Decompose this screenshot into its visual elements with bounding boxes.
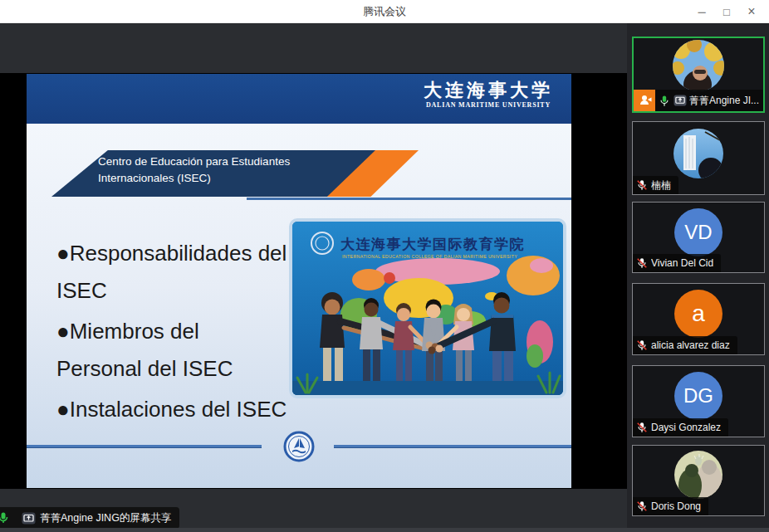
avatar-initials: DG (674, 372, 722, 420)
university-name-en: DALIAN MARITIME UNIVERSITY (424, 101, 553, 110)
avatar-initials: VD (674, 208, 722, 256)
mic-muted-icon (636, 179, 648, 191)
photo-caption-en: INTERNATIONAL EDUCATION COLLEGE OF DALIA… (342, 254, 517, 259)
avatar: a (633, 290, 764, 338)
screen-share-icon (673, 95, 687, 106)
mic-on-icon (659, 95, 670, 107)
mic-on-icon (0, 511, 10, 525)
minimize-button[interactable]: ─ (689, 0, 714, 23)
participant-status-bar: Doris Dong (633, 497, 708, 515)
window-controls: ─ □ × (689, 0, 764, 23)
participant-name: 楠楠 (651, 178, 671, 193)
presentation-stage: 大连海事大学 DALIAN MARITIME UNIVERSITY Centro… (0, 73, 627, 489)
mic-muted-icon (636, 422, 648, 433)
footer-rule-left (27, 445, 262, 448)
screen-share-icon (22, 512, 36, 525)
slide-body: Centro de Educación para Estudiantes Int… (27, 124, 571, 488)
avatar (634, 40, 763, 91)
participant-status-bar: 楠楠 (633, 176, 678, 194)
avatar (633, 451, 764, 499)
group-photo-graphic: 大连海事大学国际教育学院 INTERNATIONAL EDUCATION COL… (292, 222, 563, 395)
bullet-list: ●Responsabilidades del ISEC ●Miembros de… (56, 235, 312, 432)
participant-name: Doris Dong (651, 500, 701, 512)
participants-sidebar: 菁菁Angine JI... (627, 23, 769, 532)
avatar: VD (633, 208, 764, 256)
meeting-window: 腾讯会议 ─ □ × 大连海事大学 DALIAN MARITIME UNIVER… (0, 0, 769, 532)
close-button[interactable]: × (739, 0, 764, 23)
host-badge-icon (634, 90, 655, 111)
participant-tile[interactable]: 楠楠 (632, 121, 765, 195)
banner-underline (247, 198, 571, 200)
participant-status-bar: Daysi Gonzalez (633, 418, 728, 437)
participant-name: 菁菁Angine JI... (689, 94, 763, 108)
window-bottom-edge (0, 528, 769, 532)
participant-tile[interactable]: VD Vivian Del Cid (632, 202, 765, 273)
participant-name: Vivian Del Cid (651, 257, 713, 269)
participant-tile[interactable]: 菁菁Angine JI... (632, 37, 765, 113)
bullet-item: ●Miembros del Personal del ISEC (56, 313, 312, 388)
university-name-cn: 大连海事大学 (424, 80, 553, 101)
shared-screen-area: 大连海事大学 DALIAN MARITIME UNIVERSITY Centro… (0, 23, 627, 532)
screen-share-banner: 菁菁Angine JING的屏幕共享 (0, 507, 179, 529)
participant-tile[interactable]: DG Daysi Gonzalez (632, 365, 765, 437)
screen-share-label: 菁菁Angine JING的屏幕共享 (40, 511, 171, 525)
mic-muted-icon (636, 257, 648, 269)
maximize-button[interactable]: □ (714, 0, 739, 23)
titlebar: 腾讯会议 ─ □ × (0, 0, 769, 23)
slide-header-band: 大连海事大学 DALIAN MARITIME UNIVERSITY (27, 74, 571, 124)
participant-status-bar: 菁菁Angine JI... (634, 90, 763, 111)
university-logo-text: 大连海事大学 DALIAN MARITIME UNIVERSITY (424, 80, 553, 110)
participant-name: alicia alvarez diaz (651, 339, 730, 351)
participant-status-bar: alicia alvarez diaz (633, 336, 737, 354)
participant-tile[interactable]: a alicia alvarez diaz (632, 283, 765, 355)
slide-title-line2: Internacionales (ISEC) (98, 170, 290, 187)
mic-muted-icon (636, 500, 648, 512)
photo-caption-cn: 大连海事大学国际教育学院 (340, 236, 525, 252)
avatar: DG (633, 372, 764, 420)
participant-status-bar: Vivian Del Cid (633, 254, 721, 272)
participant-tile[interactable]: Doris Dong (632, 445, 765, 516)
app-title: 腾讯会议 (363, 4, 406, 19)
avatar (633, 129, 764, 178)
mic-muted-icon (636, 339, 648, 351)
avatar-initials: a (674, 290, 722, 338)
bullet-item: ●Instalaciones del ISEC (56, 391, 312, 428)
slide-title: Centro de Educación para Estudiantes Int… (98, 154, 290, 187)
bullet-item: ●Responsabilidades del ISEC (56, 235, 312, 310)
university-seal-icon (282, 430, 316, 463)
slide: 大连海事大学 DALIAN MARITIME UNIVERSITY Centro… (27, 74, 571, 488)
slide-title-line1: Centro de Educación para Estudiantes (98, 154, 290, 170)
group-photo: 大连海事大学国际教育学院 INTERNATIONAL EDUCATION COL… (289, 218, 566, 398)
footer-rule-right (334, 445, 571, 448)
participant-name: Daysi Gonzalez (651, 422, 721, 433)
